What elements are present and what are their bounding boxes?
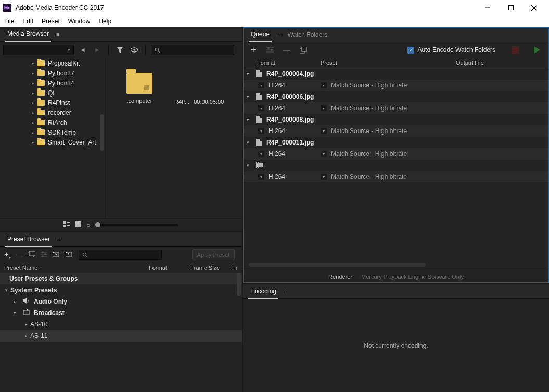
panel-menu-icon[interactable]: ≡ [284,289,287,295]
add-source-icon[interactable]: + [249,45,258,55]
preset-scrollbar[interactable] [235,273,242,392]
menu-window[interactable]: Window [68,18,91,25]
media-search-input[interactable] [151,45,234,55]
new-preset-icon[interactable]: +▾ [4,250,11,260]
col-framesize[interactable]: Frame Size [190,265,230,271]
broadcast-row[interactable]: ▾ Broadcast [0,307,242,319]
folder-rtarch[interactable]: ▸RtArch [0,117,105,127]
encoding-tab[interactable]: Encoding [248,284,278,299]
format-dropdown-icon[interactable]: ▾ [258,174,264,180]
queue-output-0[interactable]: ▾H.264▾Match Source - High bitrate [244,80,548,91]
audio-only-row[interactable]: ▸ Audio Only [0,296,242,307]
menu-help[interactable]: Help [98,18,111,25]
folder-proposalkit[interactable]: ▸ProposalKit [0,58,105,68]
col-format[interactable]: Format [251,60,321,66]
menu-preset[interactable]: Preset [42,18,60,25]
queue-source-4[interactable]: ▾ [244,160,548,171]
folder-smart_cover_art[interactable]: ▸Smart_Cover_Art [0,137,105,147]
preset-as11-row[interactable]: ▸ AS-11 [0,330,242,342]
export-preset-icon[interactable] [66,251,73,259]
media-browser-tab[interactable]: Media Browser [5,27,51,42]
stop-queue-button[interactable] [512,46,519,54]
thumbnail-zoom-slider[interactable] [95,224,178,226]
preset-dropdown-icon[interactable]: ▾ [321,128,327,134]
nav-back-icon[interactable]: ◄ [77,45,88,55]
auto-encode-label: Auto-Encode Watch Folders [417,46,495,54]
menu-file[interactable]: File [4,18,14,25]
left-column: Media Browser ≡ ▾ ◄ ► [0,27,243,392]
tab-queue[interactable]: Queue [249,28,272,42]
minimize-button[interactable] [476,1,499,15]
preset-settings-icon[interactable] [41,251,47,259]
preset-as10-row[interactable]: ▸ AS-10 [0,319,242,330]
queue-source-2[interactable]: ▾R4P_000008.jpg [244,114,548,125]
panel-menu-icon[interactable]: ≡ [57,237,60,243]
queue-h-scrollbar[interactable] [249,263,543,268]
folder-r4pinst[interactable]: ▸R4Pinst [0,98,105,108]
thumb-view-icon[interactable] [75,221,81,229]
queue-source-0[interactable]: ▾R4P_000004.jpg [244,68,548,80]
panel-menu-icon[interactable]: ≡ [277,32,280,38]
preset-scroll-thumb[interactable] [237,273,241,296]
chevron-right-icon: ▸ [30,110,35,115]
folder-sdktemp[interactable]: ▸SDKTemp [0,127,105,137]
format-dropdown-icon[interactable]: ▾ [258,82,264,88]
add-output-icon[interactable]: + [265,45,275,55]
folder-content: .computer R4P... 00:00:05:00 [106,58,242,218]
start-queue-button[interactable] [534,46,540,54]
duplicate-icon[interactable] [299,45,308,55]
queue-output-2[interactable]: ▾H.264▾Match Source - High bitrate [244,125,548,137]
col-preset[interactable]: Preset [321,60,456,66]
new-group-icon[interactable] [28,251,35,259]
folder-qt[interactable]: ▸Qt [0,88,105,98]
nav-forward-icon[interactable]: ► [92,45,103,55]
queue-output-4[interactable]: ▾H.264▾Match Source - High bitrate [244,171,548,182]
system-presets-row[interactable]: ▾ System Presets [0,284,242,296]
folder-python34[interactable]: ▸Python34 [0,78,105,88]
tab-watch-folders[interactable]: Watch Folders [285,28,329,42]
folder-python27[interactable]: ▸Python27 [0,68,105,78]
maximize-button[interactable] [499,1,522,15]
clip-thumb-r4p[interactable]: R4P... 00:00:05:00 [174,68,237,105]
queue-output-1[interactable]: ▾H.264▾Match Source - High bitrate [244,102,548,114]
col-fr[interactable]: Fr [232,265,237,271]
delete-preset-icon[interactable]: — [16,251,22,258]
queue-source-1[interactable]: ▾R4P_000006.jpg [244,91,548,102]
import-preset-icon[interactable] [53,251,60,259]
apply-preset-button[interactable]: Apply Preset [192,249,235,260]
format-dropdown-icon[interactable]: ▾ [258,128,264,134]
panel-menu-icon[interactable]: ≡ [56,31,59,37]
user-presets-header[interactable]: User Presets & Groups [0,273,242,284]
queue-output-3[interactable]: ▾H.264▾Match Source - High bitrate [244,148,548,160]
remove-icon[interactable]: — [282,45,291,55]
col-preset-name[interactable]: Preset Name [4,265,37,271]
queue-source-3[interactable]: ▾R4P_000011.jpg [244,137,548,148]
folder-recorder[interactable]: ▸recorder [0,108,105,117]
filter-icon[interactable] [114,45,125,55]
preset-dropdown-icon[interactable]: ▾ [321,174,327,180]
format-dropdown-icon[interactable]: ▾ [258,151,264,157]
preset-toolbar: +▾ — Apply Preset [0,247,242,263]
preset-dropdown-icon[interactable]: ▾ [321,151,327,157]
tree-scroll-thumb[interactable] [100,114,104,151]
close-button[interactable] [522,1,546,15]
preset-search-input[interactable] [79,250,162,260]
col-output[interactable]: Output File [456,60,541,66]
tree-scrollbar[interactable] [98,58,105,218]
list-view-icon[interactable] [63,221,70,229]
format-dropdown-icon[interactable]: ▾ [258,105,264,111]
slider-knob[interactable] [95,222,100,227]
folder-label: R4Pinst [48,99,70,107]
folder-thumb-computer[interactable]: .computer [111,68,168,104]
ingest-icon[interactable] [129,45,140,55]
media-browser-toolbar: ▾ ◄ ► [0,42,242,58]
preset-browser-tab[interactable]: Preset Browser [5,232,52,247]
menu-edit[interactable]: Edit [22,18,33,25]
auto-encode-toggle[interactable]: ✓ Auto-Encode Watch Folders [407,46,495,54]
preset-dropdown-icon[interactable]: ▾ [321,105,327,111]
renderer-dropdown[interactable]: Mercury Playback Engine Software Only [361,273,464,280]
col-format[interactable]: Format [149,265,188,271]
preset-dropdown-icon[interactable]: ▾ [321,82,327,88]
path-dropdown[interactable]: ▾ [3,45,74,55]
queue-h-scroll-thumb[interactable] [249,263,426,267]
